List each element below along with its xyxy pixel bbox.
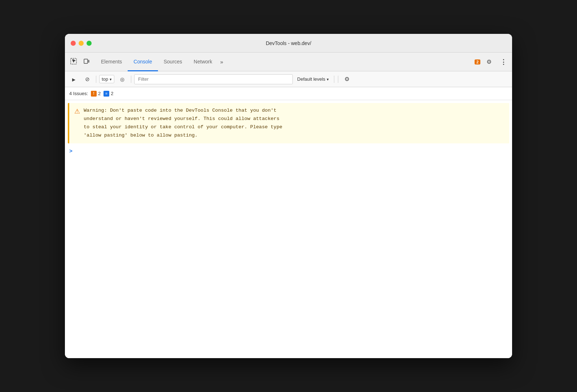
context-label: top [102,76,108,82]
console-settings-btn[interactable] [341,74,353,85]
warning-count: 2 [98,91,101,96]
info-badge-icon: ≡ [103,91,109,97]
window-title: DevTools - web.dev/ [266,40,311,46]
device-toolbar-btn[interactable] [81,56,92,68]
context-selector[interactable]: top [99,75,114,83]
live-expressions-btn[interactable] [116,74,128,85]
svg-rect-1 [84,59,88,63]
tab-bar-right: 2 [475,53,509,71]
info-issue-count: ≡ 2 [103,91,113,97]
inspector-icon-btn[interactable] [68,56,79,68]
tab-network[interactable]: Network [188,53,218,71]
window-controls [71,41,92,46]
clear-console-btn[interactable] [82,74,93,85]
issues-warning-badge: 2 [475,59,480,64]
issues-bar: 4 Issues: ! 2 ≡ 2 [65,87,512,100]
issues-count-label: 4 Issues: [69,91,88,96]
more-options-button[interactable] [498,56,509,68]
context-chevron-icon [110,76,112,82]
tab-bar-left-icons [68,53,92,71]
log-levels-chevron-icon [327,76,329,82]
sidebar-toggle-btn[interactable] [68,74,79,85]
prompt-arrow-icon: > [69,148,72,155]
warning-text: Warning: Don't paste code into the DevTo… [84,107,282,140]
more-chevrons-icon [220,59,223,65]
console-toolbar: top Default levels [65,71,512,87]
maximize-button[interactable] [87,41,92,46]
tab-elements[interactable]: Elements [95,53,128,71]
tab-bar: Elements Console Sources Network 2 [65,53,512,71]
settings-button[interactable] [483,56,495,68]
close-button[interactable] [71,41,76,46]
console-gear-icon [344,76,349,83]
sidebar-icon [72,76,75,83]
warning-triangle-icon: ⚠ [74,107,80,140]
log-levels-selector[interactable]: Default levels [295,75,331,83]
tab-sources[interactable]: Sources [158,53,188,71]
log-levels-label: Default levels [297,76,325,82]
toolbar-divider-1 [96,76,96,83]
issues-badge[interactable]: 2 [475,59,480,64]
inspector-icon [70,58,77,66]
devtools-window: DevTools - web.dev/ [65,34,512,358]
warning-message: ⚠ Warning: Don't paste code into the Dev… [68,103,509,143]
warning-issue-count: ! 2 [91,91,101,97]
warning-badge-icon: ! [91,91,97,97]
clear-icon [85,76,90,83]
svg-rect-2 [88,60,89,62]
toolbar-divider-3 [334,76,334,83]
console-prompt-row[interactable]: > [65,146,512,157]
tab-console[interactable]: Console [128,53,158,71]
device-icon [83,58,90,66]
toolbar-divider-4 [338,76,338,83]
toolbar-divider-2 [131,76,131,83]
console-area[interactable]: ⚠ Warning: Don't paste code into the Dev… [65,100,512,358]
more-tabs-button[interactable] [218,53,225,71]
eye-icon [120,76,124,83]
tabs: Elements Console Sources Network [95,53,475,71]
title-bar: DevTools - web.dev/ [65,34,512,53]
three-dots-icon [500,58,507,66]
settings-gear-icon [486,58,492,65]
info-count: 2 [111,91,113,96]
minimize-button[interactable] [79,41,84,46]
filter-input[interactable] [134,74,293,84]
